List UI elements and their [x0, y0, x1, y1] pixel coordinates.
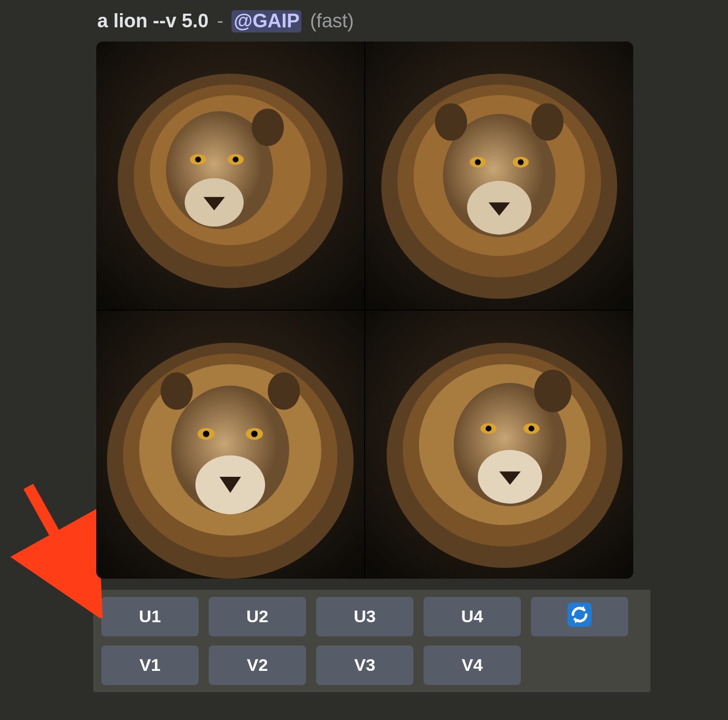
- svg-point-46: [534, 369, 571, 412]
- result-tile-3: [96, 311, 364, 579]
- svg-point-33: [251, 430, 258, 437]
- upscale-3-button[interactable]: U3: [316, 597, 413, 636]
- svg-point-19: [475, 159, 481, 165]
- variation-button-row: V1 V2 V3 V4: [101, 646, 642, 685]
- action-button-panel: U1 U2 U3 U4 V1: [93, 590, 650, 692]
- svg-point-31: [203, 430, 210, 437]
- variation-1-button[interactable]: V1: [101, 646, 199, 685]
- upscale-1-button[interactable]: U1: [101, 597, 199, 636]
- upscale-2-button[interactable]: U2: [209, 597, 306, 636]
- prompt-separator: -: [217, 10, 223, 31]
- upscale-button-row: U1 U2 U3 U4: [101, 597, 642, 636]
- svg-rect-47: [567, 602, 592, 627]
- svg-point-23: [531, 103, 563, 140]
- reroll-button[interactable]: [531, 597, 628, 636]
- midjourney-message: a lion --v 5.0 - @GAIP (fast): [0, 0, 659, 692]
- variation-4-button[interactable]: V4: [424, 646, 521, 685]
- user-mention[interactable]: @GAIP: [232, 10, 301, 32]
- variation-2-button[interactable]: V2: [209, 646, 306, 685]
- result-tile-2: [365, 42, 633, 310]
- refresh-icon: [566, 601, 593, 632]
- prompt-text: a lion --v 5.0: [97, 10, 209, 31]
- result-image-grid[interactable]: [96, 42, 633, 579]
- svg-point-21: [518, 159, 524, 165]
- upscale-4-button[interactable]: U4: [424, 597, 521, 636]
- svg-point-8: [195, 156, 201, 162]
- svg-point-43: [486, 425, 492, 431]
- generation-mode: (fast): [310, 10, 354, 31]
- svg-point-34: [161, 372, 193, 409]
- svg-point-35: [268, 372, 300, 409]
- svg-point-10: [233, 156, 239, 162]
- svg-point-11: [252, 108, 284, 146]
- prompt-line: a lion --v 5.0 - @GAIP (fast): [97, 9, 659, 33]
- variation-3-button[interactable]: V3: [316, 646, 413, 685]
- svg-point-45: [528, 425, 534, 431]
- svg-point-22: [435, 103, 467, 140]
- result-tile-1: [96, 42, 364, 310]
- result-tile-4: [365, 311, 633, 579]
